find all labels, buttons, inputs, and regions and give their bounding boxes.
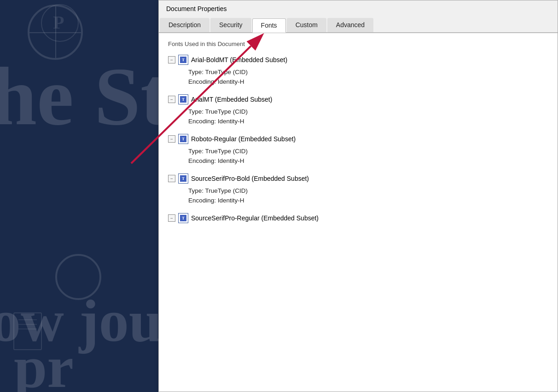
font-item-2-header: − T Roboto-Regular (Embedded Subset): [168, 134, 548, 144]
collapse-btn-0[interactable]: −: [168, 56, 175, 63]
dialog-titlebar: Document Properties: [159, 0, 558, 16]
font-type-1: Type: TrueType (CID): [188, 108, 548, 115]
collapse-btn-3[interactable]: −: [168, 175, 175, 182]
font-item-1: − T ArialMT (Embedded Subset) Type: True…: [168, 94, 548, 125]
font-icon-3: T: [178, 173, 188, 184]
font-icon-inner-2: T: [180, 136, 186, 142]
font-item-3: − T SourceSerifPro-Bold (Embedded Subset…: [168, 173, 548, 204]
font-item-4-header: − T SourceSerifPro-Regular (Embedded Sub…: [168, 213, 548, 223]
font-tree: − T Arial-BoldMT (Embedded Subset) Type:…: [168, 55, 548, 223]
collapse-btn-4[interactable]: −: [168, 214, 175, 222]
font-item-4: − T SourceSerifPro-Regular (Embedded Sub…: [168, 213, 548, 223]
font-name-0: Arial-BoldMT (Embedded Subset): [191, 56, 287, 63]
font-type-2: Type: TrueType (CID): [188, 148, 548, 155]
dialog-title: Document Properties: [166, 5, 227, 12]
document-properties-dialog: Document Properties Description Security…: [158, 0, 558, 392]
font-encoding-1: Encoding: Identity-H: [188, 118, 548, 125]
tab-advanced[interactable]: Advanced: [327, 18, 373, 32]
dialog-tabs: Description Security Fonts Custom Advanc…: [159, 18, 558, 33]
font-icon-4: T: [178, 213, 188, 223]
font-icon-inner-0: T: [180, 57, 186, 63]
font-encoding-2: Encoding: Identity-H: [188, 157, 548, 164]
font-details-0: Type: TrueType (CID) Encoding: Identity-…: [188, 69, 548, 85]
font-encoding-0: Encoding: Identity-H: [188, 78, 548, 85]
font-item-3-header: − T SourceSerifPro-Bold (Embedded Subset…: [168, 173, 548, 184]
svg-text:P: P: [53, 12, 64, 33]
section-title: Fonts Used in this Document: [168, 40, 548, 47]
font-item-2: − T Roboto-Regular (Embedded Subset) Typ…: [168, 134, 548, 164]
font-icon-1: T: [178, 94, 188, 104]
font-details-3: Type: TrueType (CID) Encoding: Identity-…: [188, 187, 548, 204]
background-decoration: P: [0, 0, 158, 392]
collapse-btn-2[interactable]: −: [168, 135, 175, 143]
collapse-btn-1[interactable]: −: [168, 96, 175, 103]
font-icon-inner-1: T: [180, 96, 186, 103]
font-icon-0: T: [178, 55, 188, 65]
font-details-1: Type: TrueType (CID) Encoding: Identity-…: [188, 108, 548, 125]
font-icon-inner-3: T: [180, 175, 186, 182]
font-name-3: SourceSerifPro-Bold (Embedded Subset): [191, 175, 309, 182]
font-details-2: Type: TrueType (CID) Encoding: Identity-…: [188, 148, 548, 164]
font-item-0-header: − T Arial-BoldMT (Embedded Subset): [168, 55, 548, 65]
font-name-1: ArialMT (Embedded Subset): [191, 96, 272, 103]
font-type-3: Type: TrueType (CID): [188, 187, 548, 194]
tab-description[interactable]: Description: [160, 18, 209, 32]
font-item-1-header: − T ArialMT (Embedded Subset): [168, 94, 548, 104]
font-name-4: SourceSerifPro-Regular (Embedded Subset): [191, 214, 319, 222]
font-encoding-3: Encoding: Identity-H: [188, 197, 548, 204]
tab-security[interactable]: Security: [210, 18, 251, 32]
tab-fonts[interactable]: Fonts: [252, 18, 286, 33]
font-icon-inner-4: T: [180, 215, 186, 221]
font-name-2: Roboto-Regular (Embedded Subset): [191, 135, 296, 143]
tab-custom[interactable]: Custom: [287, 18, 326, 32]
font-item-0: − T Arial-BoldMT (Embedded Subset) Type:…: [168, 55, 548, 85]
font-type-0: Type: TrueType (CID): [188, 69, 548, 75]
font-icon-2: T: [178, 134, 188, 144]
dialog-content: Fonts Used in this Document − T Arial-Bo…: [159, 33, 558, 392]
svg-rect-0: [14, 313, 41, 350]
